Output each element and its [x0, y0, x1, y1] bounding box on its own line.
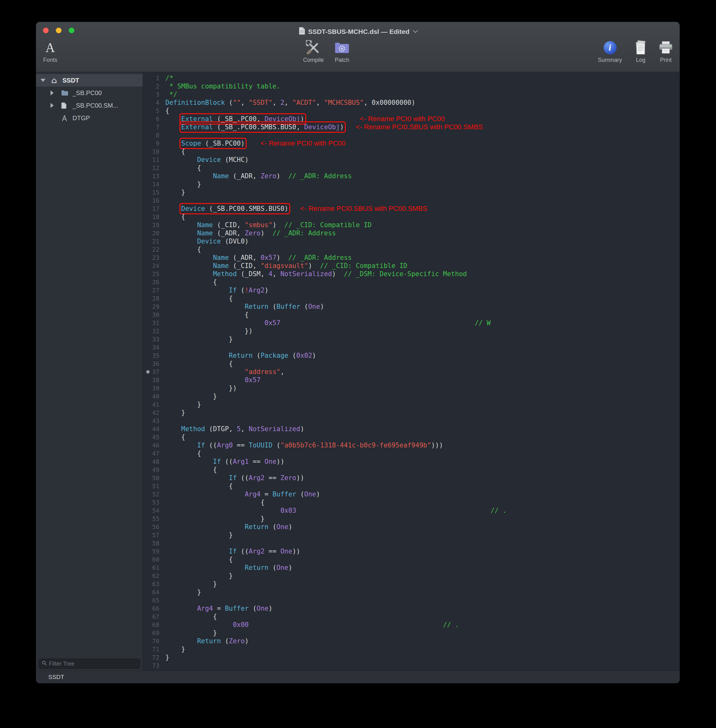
toolbar-button-log[interactable]: Log: [634, 40, 648, 64]
code-line[interactable]: 55 }: [143, 515, 680, 523]
code-line[interactable]: 71 }: [143, 645, 680, 653]
sidebar-item-sb-pc00[interactable]: _SB.PC00: [36, 86, 143, 99]
code-line[interactable]: 11 Device (MCHC): [143, 156, 680, 164]
code-line[interactable]: 58: [143, 539, 680, 547]
minimize-button[interactable]: [56, 27, 62, 33]
code-line[interactable]: 36 {: [143, 359, 680, 368]
code-line[interactable]: 9 Scope (_SB.PC00) <- Rename PCI0 with P…: [143, 140, 680, 147]
code-line[interactable]: 39 }): [143, 384, 680, 392]
code-line[interactable]: 14 }: [143, 180, 680, 188]
code-line[interactable]: 18 {: [143, 213, 680, 221]
code-line[interactable]: 20 Name (_ADR, Zero) // _ADR: Address: [143, 229, 680, 237]
code-line[interactable]: 6 External (_SB_.PC00, DeviceObj) <- Ren…: [143, 115, 680, 123]
code-line[interactable]: 62 }: [143, 572, 680, 580]
code-line[interactable]: 26 {: [143, 278, 680, 286]
code-line[interactable]: 30 {: [143, 311, 680, 319]
code-line[interactable]: 67 {: [143, 613, 680, 621]
disclosure-down-icon[interactable]: [41, 79, 51, 82]
code-line[interactable]: 35 Return (Package (0x02): [143, 352, 680, 359]
code-line[interactable]: 45 {: [143, 433, 680, 441]
close-button[interactable]: [43, 27, 49, 33]
code-line[interactable]: 72}: [143, 653, 680, 661]
disclosure-right-icon[interactable]: [50, 103, 61, 108]
code-line[interactable]: 17 Device (_SB.PC00.SMBS.BUS0) <- Rename…: [143, 205, 680, 213]
code-line[interactable]: 25 Method (_DSM, 4, NotSerialized) // _D…: [143, 270, 680, 278]
code-line[interactable]: 46 If ((Arg0 == ToUUID ("a0b5b7c6-1318-4…: [143, 441, 680, 449]
code-line[interactable]: 24 Name (_CID, "diagsvault") // _CID: Co…: [143, 262, 680, 270]
zoom-button[interactable]: [69, 27, 74, 33]
code-line[interactable]: 69 }: [143, 629, 680, 637]
toolbar-button-patch[interactable]: Patch: [334, 40, 349, 64]
window-title-area[interactable]: SSDT-SBUS-MCHC.dsl — Edited: [299, 27, 417, 36]
code-line[interactable]: 4DefinitionBlock ("", "SSDT", 2, "ACDT",…: [143, 99, 680, 107]
toolbar-button-fonts[interactable]: A Fonts: [43, 40, 57, 64]
code-line[interactable]: 28 {: [143, 294, 680, 302]
code-line[interactable]: 27 If (!Arg2): [143, 286, 680, 294]
print-printer-icon: [658, 40, 674, 55]
code-line[interactable]: 34: [143, 343, 680, 352]
filter-tree-field[interactable]: Filter Tree: [39, 659, 140, 669]
code-line[interactable]: 1/*: [143, 74, 680, 82]
code-line[interactable]: 64 }: [143, 588, 680, 596]
sidebar-item-sb-pc00-sm[interactable]: _SB.PC00.SM...: [36, 99, 143, 112]
code-line[interactable]: 61 Return (One): [143, 564, 680, 572]
code-line[interactable]: 70 Return (Zero): [143, 637, 680, 645]
sidebar-item-ssdt[interactable]: ⌂SSDT: [36, 74, 143, 86]
code-line[interactable]: 54 0x03 // .: [143, 507, 680, 515]
code-line[interactable]: 8: [143, 131, 680, 140]
code-line[interactable]: 13 Name (_ADR, Zero) // _ADR: Address: [143, 172, 680, 180]
code-line[interactable]: 43: [143, 417, 680, 425]
code-line[interactable]: 16: [143, 196, 680, 205]
code-line[interactable]: 42 }: [143, 408, 680, 417]
title-chevron-down-icon[interactable]: [413, 28, 418, 33]
code-line[interactable]: 73: [143, 661, 680, 670]
code-line[interactable]: 32 }): [143, 327, 680, 335]
code-line[interactable]: 19 Name (_CID, "smbus") // _CID: Compati…: [143, 221, 680, 229]
code-line[interactable]: 63 }: [143, 580, 680, 588]
code-line[interactable]: 47 {: [143, 449, 680, 458]
code-text: If ((Arg2 == One)): [162, 547, 300, 555]
document-proxy-icon[interactable]: [299, 27, 305, 36]
code-line[interactable]: 12 {: [143, 164, 680, 172]
toolbar-button-summary[interactable]: i Summary: [598, 40, 622, 64]
code-text: 0x57 // W: [162, 319, 491, 327]
compile-tools-icon: [306, 40, 321, 55]
sidebar-item-dtgp[interactable]: DTGP: [36, 112, 143, 124]
code-line[interactable]: 52 Arg4 = Buffer (One): [143, 490, 680, 498]
toolbar-button-print[interactable]: Print: [658, 40, 674, 64]
code-line[interactable]: 68 0x00 // .: [143, 621, 680, 629]
code-line[interactable]: 41 }: [143, 400, 680, 408]
code-line[interactable]: 48 If ((Arg1 == One)): [143, 458, 680, 466]
code-line[interactable]: 2 * SMBus compatibility table.: [143, 82, 680, 90]
code-line[interactable]: 22 {: [143, 246, 680, 253]
line-number: 16: [143, 196, 162, 205]
code-line[interactable]: 10 {: [143, 147, 680, 156]
code-line[interactable]: 38 0x57: [143, 376, 680, 384]
code-line[interactable]: 44 Method (DTGP, 5, NotSerialized): [143, 425, 680, 433]
code-line[interactable]: 21 Device (DVL0): [143, 237, 680, 246]
code-line[interactable]: 5{: [143, 107, 680, 115]
toolbar-button-compile[interactable]: Compile: [303, 40, 324, 64]
code-line[interactable]: 66 Arg4 = Buffer (One): [143, 604, 680, 613]
code-line[interactable]: 65: [143, 596, 680, 604]
code-line[interactable]: 15 }: [143, 188, 680, 196]
code-line[interactable]: 51 {: [143, 482, 680, 490]
code-line[interactable]: 53 {: [143, 498, 680, 507]
code-line[interactable]: 23 Name (_ADR, 0x57) // _ADR: Address: [143, 253, 680, 262]
code-editor[interactable]: 1/*2 * SMBus compatibility table.3 */4De…: [143, 72, 680, 670]
traffic-lights: [43, 27, 74, 33]
code-line[interactable]: 7 External (_SB_.PC00.SMBS.BUS0, DeviceO…: [143, 123, 680, 131]
code-line[interactable]: 56 Return (One): [143, 523, 680, 531]
code-line[interactable]: 50 If ((Arg2 == Zero)): [143, 474, 680, 482]
code-line[interactable]: 40 }: [143, 392, 680, 400]
code-line[interactable]: 59 If ((Arg2 == One)): [143, 547, 680, 555]
code-line[interactable]: 49 {: [143, 466, 680, 474]
code-line[interactable]: 3 */: [143, 90, 680, 99]
code-line[interactable]: 29 Return (Buffer (One): [143, 302, 680, 311]
disclosure-right-icon[interactable]: [50, 90, 61, 96]
code-line[interactable]: 37 "address",: [143, 368, 680, 376]
code-line[interactable]: 33 }: [143, 335, 680, 343]
code-line[interactable]: 57 }: [143, 531, 680, 539]
code-line[interactable]: 31 0x57 // W: [143, 319, 680, 327]
code-line[interactable]: 60 {: [143, 555, 680, 564]
